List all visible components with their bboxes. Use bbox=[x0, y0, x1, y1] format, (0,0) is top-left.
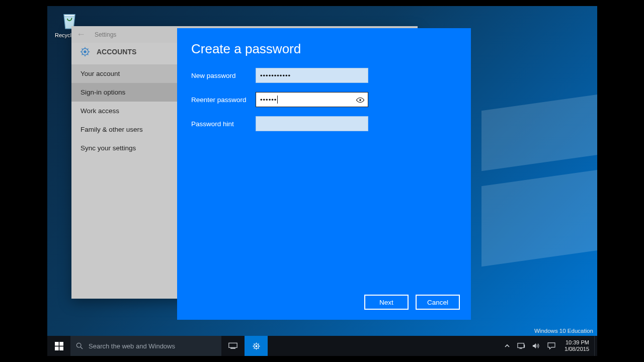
edition-watermark: Windows 10 Education bbox=[534, 328, 593, 334]
svg-point-7 bbox=[76, 343, 81, 347]
reenter-password-value: •••••• bbox=[260, 96, 277, 104]
sidebar-item-label: Sync your settings bbox=[80, 144, 136, 152]
system-tray bbox=[500, 336, 559, 356]
cancel-button[interactable]: Cancel bbox=[416, 295, 460, 310]
reveal-password-icon[interactable] bbox=[356, 96, 365, 105]
svg-rect-3 bbox=[55, 342, 59, 346]
action-center-icon[interactable] bbox=[547, 342, 555, 349]
clock-time: 10:39 PM bbox=[565, 339, 589, 346]
svg-line-8 bbox=[80, 347, 83, 349]
desktop-screen: Recycle Bin ← Settings ACCOUNTS Your acc… bbox=[47, 6, 597, 336]
sidebar-item-label: Your account bbox=[80, 70, 120, 77]
new-password-label: New password bbox=[191, 72, 256, 79]
taskbar-clock[interactable]: 10:39 PM 1/08/2015 bbox=[559, 336, 594, 356]
taskbar-search[interactable]: Search the web and Windows bbox=[70, 336, 221, 356]
task-view-button[interactable] bbox=[221, 336, 245, 356]
new-password-field[interactable]: ••••••••••• bbox=[256, 68, 368, 83]
next-button[interactable]: Next bbox=[364, 295, 409, 310]
svg-point-2 bbox=[359, 99, 361, 101]
volume-icon[interactable] bbox=[532, 342, 540, 349]
sidebar-item-label: Work access bbox=[80, 107, 119, 115]
task-view-icon bbox=[228, 342, 237, 349]
settings-header-title: Settings bbox=[95, 31, 116, 38]
reenter-password-field[interactable]: •••••• bbox=[256, 92, 368, 107]
gear-icon bbox=[79, 46, 91, 57]
taskbar: Search the web and Windows 10:39 PM 1/08… bbox=[47, 336, 597, 356]
svg-point-1 bbox=[84, 51, 86, 53]
create-password-modal: Create a password New password •••••••••… bbox=[177, 28, 471, 320]
svg-rect-13 bbox=[518, 343, 524, 348]
gear-icon bbox=[252, 342, 261, 350]
search-placeholder: Search the web and Windows bbox=[89, 342, 175, 350]
modal-title: Create a password bbox=[191, 41, 457, 57]
svg-rect-9 bbox=[229, 343, 237, 347]
svg-rect-6 bbox=[59, 346, 63, 350]
svg-rect-15 bbox=[520, 348, 522, 348]
sidebar-item-label: Sign-in options bbox=[80, 88, 125, 96]
network-icon[interactable] bbox=[517, 342, 525, 349]
sidebar-item-label: Family & other users bbox=[80, 126, 143, 133]
start-button[interactable] bbox=[47, 336, 70, 356]
password-hint-label: Password hint bbox=[191, 120, 256, 128]
taskbar-app-settings[interactable] bbox=[245, 336, 268, 356]
new-password-value: ••••••••••• bbox=[260, 72, 291, 79]
svg-rect-4 bbox=[59, 342, 63, 346]
search-icon bbox=[75, 342, 84, 350]
reenter-password-label: Reenter password bbox=[191, 96, 256, 104]
password-hint-field[interactable] bbox=[256, 116, 368, 131]
show-desktop-button[interactable] bbox=[594, 336, 597, 356]
tray-chevron-up-icon[interactable] bbox=[504, 343, 510, 349]
settings-section-title-text: ACCOUNTS bbox=[97, 48, 136, 56]
back-button[interactable]: ← bbox=[74, 29, 88, 40]
svg-point-12 bbox=[256, 345, 257, 347]
clock-date: 1/08/2015 bbox=[565, 346, 589, 352]
svg-rect-10 bbox=[230, 348, 235, 349]
svg-rect-14 bbox=[524, 344, 525, 347]
svg-rect-5 bbox=[55, 346, 59, 350]
